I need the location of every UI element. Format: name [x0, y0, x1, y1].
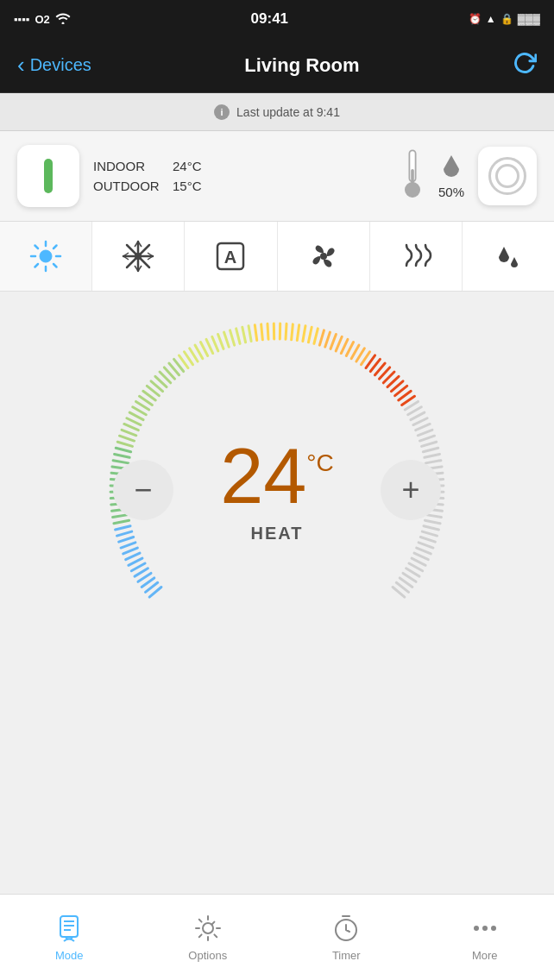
svg-point-16: [135, 253, 142, 260]
svg-line-82: [242, 327, 246, 342]
svg-line-93: [308, 327, 312, 342]
decrement-button[interactable]: −: [113, 460, 173, 520]
thermometer-icon: [400, 148, 425, 204]
svg-line-9: [54, 264, 57, 267]
svg-line-121: [422, 442, 437, 446]
svg-line-35: [126, 553, 140, 560]
svg-line-122: [423, 448, 438, 452]
svg-line-54: [117, 442, 132, 446]
outdoor-row: OUTDOOR 15°C: [93, 179, 387, 193]
svg-line-91: [297, 325, 299, 341]
svg-line-10: [54, 246, 57, 249]
mode-dry[interactable]: [463, 222, 554, 291]
svg-line-94: [314, 329, 318, 343]
svg-line-11: [35, 264, 39, 267]
battery-icon: ▓▓▓: [518, 13, 540, 25]
svg-line-116: [411, 412, 425, 419]
svg-line-37: [121, 543, 135, 548]
info-icon: i: [214, 104, 230, 120]
svg-line-36: [123, 548, 138, 554]
svg-line-77: [212, 336, 218, 351]
nav-bar: ‹ Devices Living Room: [0, 38, 554, 93]
wifi-icon: [55, 12, 71, 27]
tab-mode-label: Mode: [55, 949, 84, 962]
svg-line-80: [230, 330, 235, 345]
mode-heat[interactable]: [370, 222, 463, 291]
svg-line-79: [224, 332, 230, 347]
device-status: INDOOR 24°C OUTDOOR 15°C 50%: [0, 131, 554, 222]
signal-icon: ▪▪▪▪: [14, 13, 29, 26]
power-button[interactable]: [17, 145, 79, 207]
svg-line-123: [425, 454, 440, 457]
temperature-labels: INDOOR 24°C OUTDOOR 15°C: [93, 159, 387, 193]
svg-line-138: [419, 543, 433, 548]
svg-line-75: [200, 342, 207, 356]
tab-timer-label: Timer: [332, 949, 361, 962]
svg-line-139: [417, 548, 431, 554]
gauge-center: 24 °C HEAT: [220, 437, 334, 543]
svg-line-83: [249, 326, 251, 342]
svg-line-117: [413, 418, 427, 425]
back-button[interactable]: ‹ Devices: [17, 52, 91, 79]
camera-button[interactable]: [478, 147, 537, 205]
svg-point-3: [40, 250, 52, 262]
tab-options[interactable]: Options: [139, 895, 278, 980]
svg-point-156: [491, 926, 496, 931]
tab-more-label: More: [472, 949, 498, 962]
svg-line-76: [206, 339, 213, 353]
outdoor-temp: 15°C: [173, 179, 202, 193]
svg-line-57: [124, 424, 139, 430]
refresh-button[interactable]: [513, 51, 537, 80]
svg-text:A: A: [224, 248, 236, 267]
tab-timer[interactable]: Timer: [277, 895, 416, 980]
back-chevron-icon: ‹: [17, 52, 25, 79]
time-display: 09:41: [251, 10, 288, 28]
svg-line-120: [419, 436, 434, 441]
svg-line-78: [218, 335, 223, 349]
svg-line-124: [425, 461, 441, 463]
svg-line-118: [416, 424, 431, 430]
svg-line-85: [261, 324, 263, 340]
status-left: ▪▪▪▪ O2: [14, 12, 71, 27]
tab-mode[interactable]: Mode: [0, 895, 139, 980]
tab-more[interactable]: More: [416, 895, 555, 980]
svg-rect-1: [411, 169, 414, 184]
info-bar: i Last update at 9:41: [0, 93, 554, 131]
svg-line-55: [120, 436, 135, 441]
svg-line-135: [424, 526, 438, 530]
mode-auto[interactable]: A: [185, 222, 277, 291]
indoor-label: INDOOR: [93, 159, 162, 173]
back-label[interactable]: Devices: [30, 55, 91, 75]
svg-line-56: [122, 430, 136, 436]
humidity-value: 50%: [438, 185, 464, 199]
svg-line-8: [35, 246, 39, 249]
svg-point-2: [406, 183, 420, 198]
thermostat-section: 24 °C HEAT − +: [0, 292, 554, 895]
svg-line-89: [286, 324, 286, 339]
location-icon: ▲: [486, 13, 496, 25]
svg-line-38: [119, 537, 134, 543]
water-drop-icon: [442, 154, 461, 181]
humidity-section: 50%: [438, 154, 464, 199]
status-bar: ▪▪▪▪ O2 09:41 ⏰ ▲ 🔒 ▓▓▓: [0, 0, 554, 38]
svg-line-97: [331, 335, 336, 349]
mode-sun[interactable]: [0, 222, 92, 291]
mode-fan[interactable]: [278, 222, 370, 291]
svg-point-155: [482, 926, 488, 931]
svg-line-40: [116, 526, 130, 530]
tab-options-label: Options: [188, 949, 227, 962]
svg-line-134: [425, 520, 440, 524]
svg-line-92: [303, 326, 305, 342]
svg-line-141: [412, 558, 425, 565]
camera-inner-circle: [495, 164, 519, 188]
svg-line-140: [414, 553, 428, 560]
svg-line-90: [292, 324, 293, 340]
svg-line-99: [341, 339, 348, 353]
mode-cool[interactable]: [92, 222, 185, 291]
increment-button[interactable]: +: [381, 460, 441, 520]
power-bar-icon: [44, 159, 53, 193]
svg-line-39: [116, 531, 131, 536]
svg-line-137: [420, 537, 435, 543]
carrier-label: O2: [35, 13, 49, 26]
svg-line-119: [418, 430, 432, 436]
